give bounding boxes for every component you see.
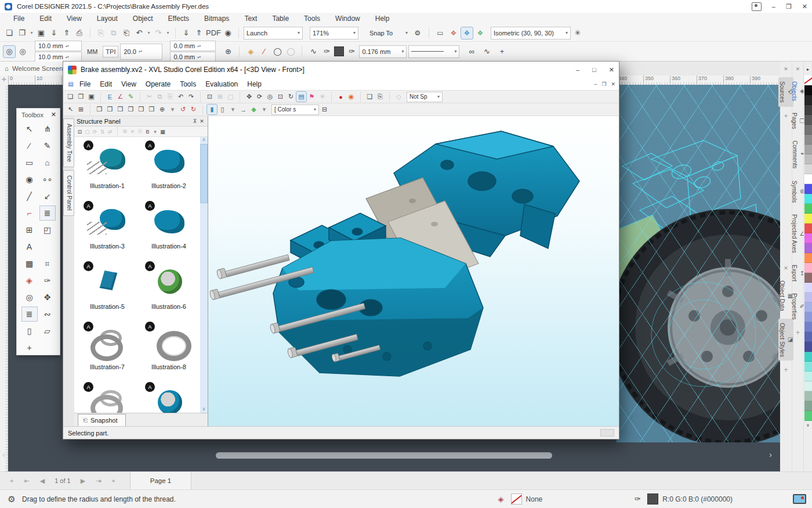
frame2-icon[interactable]: ▢ [226,92,235,102]
cloud-download-icon[interactable]: ⇓ [48,27,60,39]
label-tool-icon[interactable]: E [105,92,115,102]
palette-swatch[interactable] [804,273,812,283]
welcome-screen-icon[interactable]: ◉ [222,27,234,39]
paste-icon[interactable]: ⎘ [165,92,175,102]
eyedropper-tool[interactable]: ✑ [40,273,55,287]
zoom-icon[interactable]: ◎ [265,92,275,102]
line-tool[interactable]: ∕ [22,139,37,153]
copy-icon[interactable]: ⧉ [108,27,119,39]
scrollbar-thumb[interactable] [200,144,208,203]
close-button[interactable]: ✕ [802,3,807,10]
palette-swatch[interactable] [804,224,812,233]
mdi-restore-button[interactable]: ❐ [601,81,606,87]
menu-item[interactable]: Tools [296,15,328,23]
xvl-toolbar-icon[interactable] [357,92,361,102]
tab-pages[interactable]: ❐ Pages [791,109,806,133]
illustration-item[interactable]: A Illustration-7 [77,320,138,381]
palette-flyout-icon[interactable]: ▸ [807,67,809,72]
ellipse-icon[interactable]: ◯ [285,46,296,57]
small-grid-icon[interactable]: ⊞ [76,105,86,114]
spinner-icon[interactable]: ▴▾ [66,45,69,48]
hotspot-icon[interactable]: ◉ [346,92,356,102]
new-document-icon[interactable]: ❏ [3,27,15,39]
add-tool[interactable]: + [22,341,37,355]
basic-shapes-tool[interactable]: ◰ [40,223,55,237]
menu-item[interactable]: Bitmaps [197,15,237,23]
thread-tool[interactable]: ≣ [40,206,55,220]
add-docker-icon[interactable]: + [796,329,800,337]
palette-swatch[interactable] [804,115,812,125]
rotate-right-icon[interactable]: ↻ [188,105,198,114]
pen-tool[interactable]: ✎ [40,139,55,153]
redo-icon[interactable]: ↷ [153,27,164,39]
palette-swatch[interactable] [804,135,812,145]
chevron-down-icon[interactable]: ▾ [259,105,269,114]
tpi-value-field[interactable]: 20.0▴▾ [120,44,162,60]
snap-to-select[interactable]: Snap To▾ [367,27,411,39]
palette-swatch[interactable] [804,362,812,372]
undo-icon[interactable]: ↶ [133,27,145,39]
center-ellipse-tool[interactable]: ◉ [22,172,37,186]
copy-icon[interactable]: ⧉ [155,92,165,102]
add-page-button[interactable]: + [106,477,120,484]
3d-viewport[interactable] [208,116,619,426]
close-icon[interactable]: ✕ [51,111,56,118]
illustration-list[interactable]: A Illustration-1 A Illustration-2 [74,137,208,413]
add-docker-icon[interactable]: + [784,112,788,120]
palette-swatch[interactable] [804,204,812,214]
menu-item[interactable]: Object [125,15,161,23]
outline-pen-icon[interactable]: ✑ [321,46,332,57]
palette-swatch[interactable] [804,95,812,105]
spinner-icon[interactable]: ▴▾ [139,50,142,53]
illustration-item[interactable]: A Illustration-3 [77,200,138,260]
view-left-icon[interactable]: ❒ [115,105,125,114]
drawing-page[interactable] [617,85,780,442]
xvl-toolbar-icon[interactable] [97,92,101,102]
fill-color-chip[interactable] [511,493,522,505]
propbar-icon[interactable] [235,46,240,57]
cylinder-tool[interactable]: ▯ [22,324,37,338]
palette-swatch[interactable] [804,105,812,115]
palette-swatch[interactable] [804,401,812,411]
pan-tool[interactable]: ✥ [40,290,55,304]
red-point-icon[interactable]: ● [336,92,346,102]
chevron-down-icon[interactable]: ▾ [228,105,238,114]
palette-swatch[interactable] [804,372,812,381]
palette-swatch[interactable] [804,263,812,273]
menu-item[interactable]: File [6,15,32,23]
vertical-ruler[interactable] [0,85,8,471]
menu-item[interactable]: Help [242,80,266,88]
pin-icon[interactable]: ⚑ [307,92,317,102]
walkthrough-icon[interactable]: ▤ [296,92,306,102]
weld-icon[interactable]: ∞ [466,46,477,57]
close-docker-icon[interactable]: ✕ [784,265,788,271]
axis-icon[interactable]: ✳ [572,27,583,39]
document-color-settings-icon[interactable] [793,494,806,504]
snapshot-icon[interactable]: ⊡ [205,92,215,102]
xvl-toolbar-icon[interactable] [236,92,240,102]
no-outline-icon[interactable]: ∕ [258,46,270,57]
grid-view-icon[interactable]: ▦ [159,128,166,135]
tab-projected-axes[interactable]: ∠ Projected Axes [791,210,806,257]
zoom-area-icon[interactable]: ⊡ [276,92,285,102]
palette-swatch[interactable] [804,391,812,401]
print-icon[interactable]: ⎙ [74,27,85,39]
menu-item[interactable]: Window [328,15,368,23]
center-circle-icon[interactable]: ⊕ [222,46,234,57]
palette-swatch[interactable] [804,411,812,421]
view-bottom-icon[interactable]: ❒ [147,105,157,114]
pan-icon[interactable]: ✥ [244,92,254,102]
smart-fill-tool[interactable]: ◈ [22,273,37,287]
line-style-select[interactable]: ▾ [408,45,459,58]
illustration-item[interactable]: A Illustration-4 [138,200,200,260]
view-right-icon[interactable]: ❒ [126,105,136,114]
undo-icon[interactable]: ↶ [176,92,186,102]
horizontal-scrollbar-thumb[interactable] [216,452,552,459]
illustration-item[interactable]: A Illustration-2 [138,139,200,200]
xvl-toolbar-icon[interactable] [328,92,332,102]
crop-tool[interactable]: ⌗ [40,257,55,271]
horizontal-ruler[interactable]: 01020 [8,75,63,85]
measure-tool-icon[interactable]: ∠ [115,92,125,102]
tpi-label[interactable]: TPI [103,46,118,57]
menu-item[interactable]: Help [368,15,397,23]
